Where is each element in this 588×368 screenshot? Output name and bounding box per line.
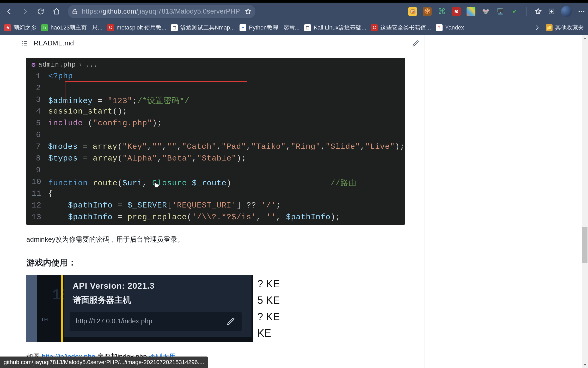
bookmark-item[interactable]: C这些安全类书籍值...: [371, 24, 431, 32]
scroll-down-icon[interactable]: ▾: [582, 362, 588, 368]
divider: [526, 7, 527, 16]
svg-point-3: [581, 11, 582, 12]
code-screenshot[interactable]: ⚙ admin.php › ... 1<?php23$adminkey = "1…: [26, 58, 405, 225]
lock-icon: [71, 8, 78, 15]
bookmark-item[interactable]: Cmetasploit 使用教...: [107, 24, 166, 32]
forward-button[interactable]: [18, 5, 32, 18]
readme-filename: README.md: [34, 39, 74, 47]
code-line: 8$types = array("Alpha","Beta","Stable")…: [32, 154, 405, 166]
svg-rect-0: [73, 11, 77, 14]
svg-point-2: [579, 11, 580, 12]
code-line: 11{: [32, 189, 405, 201]
code-line: 2: [32, 84, 405, 95]
ke-label: ? KE: [257, 311, 282, 323]
code-line: 9: [32, 166, 405, 177]
paragraph-adminkey: adminkey改为你需要的密码，用于后台管理员登录。: [26, 234, 414, 245]
pencil-icon: [226, 317, 235, 326]
scroll-up-icon[interactable]: ▴: [582, 35, 588, 41]
code-line: 12 $pathInfo = $_SERVER['REQUEST_URI'] ?…: [32, 201, 405, 213]
status-bar: github.com/jiayuqi7813/Malody5.0serverPH…: [0, 357, 208, 368]
ext-icon-1[interactable]: 🐵: [408, 7, 417, 16]
ext-icon-2[interactable]: 🍪: [423, 7, 432, 16]
ke-label: KE: [257, 327, 282, 339]
bookmarks-bar: ★萌幻之乡hhao123萌主页 - 只...Cmetasploit 使用教...…: [0, 20, 588, 35]
ke-label: ? KE: [257, 278, 282, 290]
vertical-scrollbar[interactable]: ▴ ▾: [582, 35, 588, 368]
bookmark-item[interactable]: ★萌幻之乡: [4, 24, 36, 32]
profile-avatar[interactable]: [561, 6, 572, 17]
code-line: 4session_start();: [32, 107, 405, 119]
list-icon[interactable]: [21, 40, 28, 47]
url-text: https://github.com/jiayuqi7813/Malody5.0…: [82, 7, 240, 15]
code-line: 7$modes = array("Key","","","Catch","Pad…: [32, 142, 405, 154]
server-host-label: 谱面服务器主机: [73, 294, 252, 306]
code-line: 3$adminkey = "123";/*设置密码*/: [32, 95, 405, 107]
ext-icon-7[interactable]: 🖥️: [496, 7, 505, 16]
heading-ingame: 游戏内使用：: [26, 257, 414, 269]
favorite-icon[interactable]: [244, 8, 252, 15]
other-bookmarks[interactable]: 📁其他收藏夹: [546, 24, 584, 32]
ext-icon-4[interactable]: ◙: [452, 7, 461, 16]
code-line: 13 $pathInfo = preg_replace('/\\?.*?$/is…: [32, 213, 405, 224]
bookmark-item[interactable]: ◻渗透测试工具Nmap...: [171, 24, 235, 32]
bookmark-item[interactable]: YYandex: [436, 24, 464, 31]
readme-header: README.md: [16, 35, 425, 52]
collections-icon[interactable]: [534, 8, 542, 15]
scroll-thumb[interactable]: [582, 227, 587, 263]
bookmark-item[interactable]: ◻Kali Linux渗透基础...: [304, 24, 366, 32]
api-version: API Version: 2021.3: [73, 281, 252, 291]
php-file-icon: ⚙: [32, 61, 36, 69]
svg-point-4: [583, 11, 584, 12]
home-button[interactable]: [50, 5, 63, 18]
code-line: 6: [32, 130, 405, 142]
reload-button[interactable]: [34, 5, 47, 18]
config-screenshot[interactable]: 13 TH API Version: 2021.3 谱面服务器主机 http:/…: [26, 275, 253, 342]
edit-icon[interactable]: [412, 40, 419, 47]
bookmarks-overflow-chevron[interactable]: [534, 25, 540, 31]
ext-icon-5[interactable]: [467, 7, 475, 16]
ext-icon-8[interactable]: ✔: [510, 7, 519, 16]
ext-icon-6[interactable]: 🐭: [481, 7, 490, 16]
ext-icon-3[interactable]: ⌘: [437, 7, 446, 16]
address-bar[interactable]: https://github.com/jiayuqi7813/Malody5.0…: [68, 5, 255, 18]
server-url-input: http://127.0.0.1/index.php: [70, 312, 242, 331]
code-line: 10function route($uri, Closure $_route) …: [32, 177, 405, 189]
extensions-icon[interactable]: [548, 8, 555, 15]
back-button[interactable]: [3, 5, 16, 18]
code-line: 1<?php: [32, 72, 405, 84]
code-line: 5include ("config.php");: [32, 119, 405, 130]
bookmark-item[interactable]: PPython教程 - 廖雪...: [240, 24, 299, 32]
bookmark-item[interactable]: hhao123萌主页 - 只...: [41, 24, 102, 32]
menu-icon[interactable]: [578, 8, 585, 15]
readme-card: README.md ⚙ admin.php › ... 1<?php23$adm…: [16, 35, 425, 368]
ke-label: 5 KE: [257, 294, 282, 306]
breadcrumb-file: admin.php: [38, 61, 76, 69]
